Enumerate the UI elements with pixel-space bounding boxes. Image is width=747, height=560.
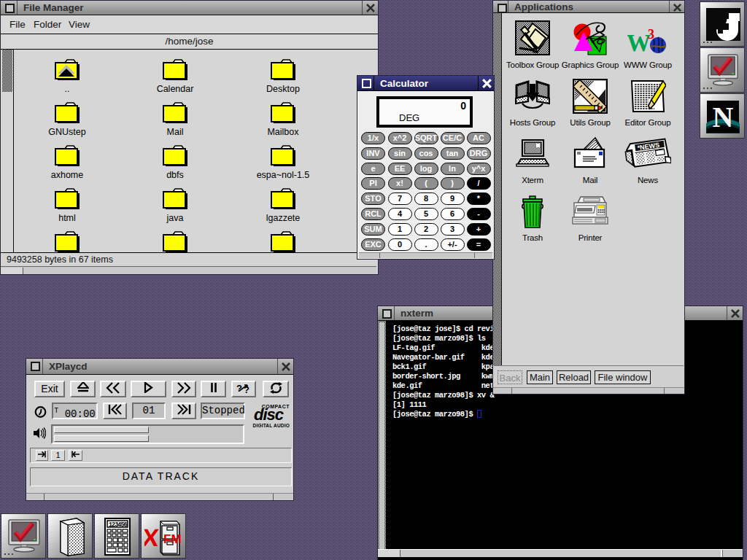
svg-text:FM: FM [163,532,182,546]
svg-text:N: N [713,101,734,133]
svg-text:?: ? [236,383,242,394]
svg-text:123456: 123456 [109,521,128,529]
svg-text:X: X [144,524,160,551]
